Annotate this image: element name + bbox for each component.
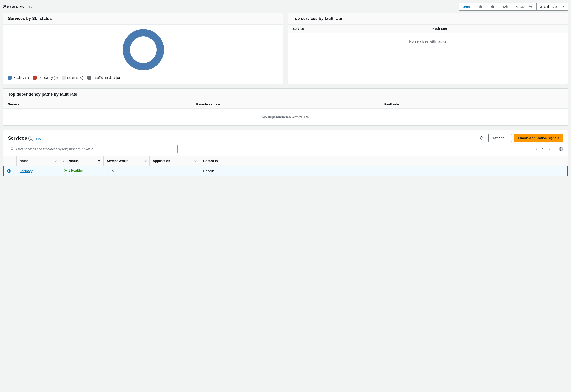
col-sli-status[interactable]: SLI status [60, 156, 103, 166]
svg-point-9 [560, 149, 562, 150]
row-select[interactable] [4, 167, 16, 176]
legend-label: Healthy (1) [13, 76, 29, 80]
sli-status-panel: Services by SLI status Healthy (1)Unheal… [3, 13, 283, 84]
divider [556, 146, 556, 152]
time-range-custom[interactable]: Custom [512, 3, 536, 10]
sort-icon [195, 160, 197, 162]
services-info-link[interactable]: Info [36, 137, 41, 140]
dep-col-rate: Fault rate [380, 100, 568, 108]
sort-icon [144, 160, 146, 162]
custom-label: Custom [516, 5, 527, 9]
filter-input[interactable] [16, 147, 175, 151]
sli-legend: Healthy (1)Unhealthy (0)No SLO (0)Insuff… [6, 76, 280, 82]
time-range-30m[interactable]: 30m [459, 3, 474, 10]
page-prev[interactable] [534, 146, 539, 152]
refresh-button[interactable] [477, 134, 486, 142]
enable-application-signals-button[interactable]: Enable Application Signals [514, 134, 563, 142]
col-name[interactable]: Name [16, 156, 60, 166]
caret-down-icon [506, 138, 508, 139]
legend-label: No SLO (0) [67, 76, 84, 80]
legend-label: Unhealthy (0) [38, 76, 57, 80]
pagination: 1 [534, 146, 563, 152]
svg-rect-0 [529, 6, 531, 8]
sort-icon [55, 160, 57, 162]
col-hosted-in[interactable]: Hosted in [200, 156, 568, 166]
page-current: 1 [540, 147, 546, 151]
sort-active-icon [98, 160, 100, 162]
time-range-3h[interactable]: 3h [486, 3, 498, 10]
col-availability[interactable]: Service Availa… [103, 156, 149, 166]
time-range-picker: 30m 1h 3h 12h Custom UTC timezone [459, 3, 568, 11]
sli-panel-title: Services by SLI status [8, 16, 52, 21]
legend-item[interactable]: Insufficient data (0) [87, 76, 120, 80]
legend-item[interactable]: No SLO (0) [62, 76, 84, 80]
donut-hole [130, 36, 157, 63]
services-list-title: Services (1) [8, 136, 34, 141]
legend-swatch [33, 76, 37, 80]
svg-rect-4 [529, 7, 530, 7]
legend-item[interactable]: Healthy (1) [8, 76, 29, 80]
calendar-icon [529, 5, 532, 8]
sli-donut-chart [123, 29, 164, 70]
page-next[interactable] [547, 146, 552, 152]
fault-empty-message: No services with faults [288, 33, 568, 50]
svg-point-10 [64, 169, 67, 172]
svg-line-8 [13, 150, 14, 150]
settings-icon[interactable] [559, 147, 563, 151]
legend-swatch [8, 76, 12, 80]
info-link[interactable]: Info [27, 5, 32, 9]
legend-swatch [62, 76, 66, 80]
fault-panel-title: Top services by fault rate [293, 16, 342, 21]
fault-rate-panel: Top services by fault rate Service Fault… [288, 13, 568, 84]
dep-col-service: Service [3, 100, 191, 108]
services-list-panel: Services (1) Info Actions Enable Applica… [3, 130, 568, 176]
page-title: Services [3, 4, 24, 10]
search-icon [11, 147, 14, 151]
col-select [3, 156, 16, 166]
dep-col-remote: Remote service [191, 100, 379, 108]
refresh-icon [480, 136, 484, 140]
time-range-12h[interactable]: 12h [498, 3, 512, 10]
legend-swatch [87, 76, 91, 80]
actions-button[interactable]: Actions [488, 134, 512, 142]
table-row[interactable]: KotlinApp 1 Healthy 100% - Generic [3, 166, 568, 176]
dep-empty-message: No dependencies with faults [3, 109, 568, 126]
timezone-label: UTC timezone [540, 5, 560, 9]
svg-point-7 [11, 148, 13, 150]
dep-panel-title: Top dependency paths by fault rate [8, 92, 77, 97]
services-count: (1) [28, 136, 34, 140]
col-application[interactable]: Application [149, 156, 200, 166]
service-name-link[interactable]: KotlinApp [20, 169, 33, 173]
svg-rect-5 [530, 7, 531, 7]
cell-application: - [150, 167, 200, 176]
time-range-1h[interactable]: 1h [474, 3, 486, 10]
check-circle-icon [63, 169, 67, 172]
legend-label: Insufficient data (0) [93, 76, 120, 80]
timezone-select[interactable]: UTC timezone [536, 3, 568, 10]
sli-status-badge[interactable]: 1 Healthy [63, 169, 83, 173]
filter-input-wrap[interactable] [8, 145, 178, 153]
dependency-panel: Top dependency paths by fault rate Servi… [3, 88, 568, 126]
fault-col-service: Service [288, 25, 428, 33]
legend-item[interactable]: Unhealthy (0) [33, 76, 57, 80]
cell-availability: 100% [104, 167, 150, 176]
caret-down-icon [562, 6, 565, 7]
fault-col-rate: Fault rate [428, 25, 568, 33]
cell-hosted-in: Generic [200, 167, 567, 176]
actions-label: Actions [492, 136, 504, 140]
radio-selected-icon [7, 169, 11, 173]
svg-rect-6 [531, 7, 531, 7]
